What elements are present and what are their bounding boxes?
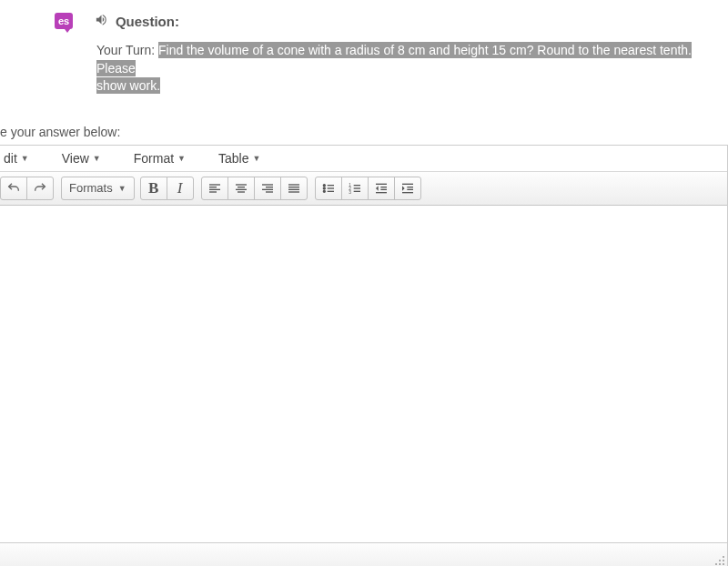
svg-point-43: [723, 563, 724, 565]
question-title-group: Question:: [95, 13, 179, 29]
editor-content-area[interactable]: [0, 206, 727, 542]
svg-point-40: [723, 560, 724, 561]
bulleted-list-button[interactable]: [315, 177, 342, 200]
chevron-down-icon: ▼: [252, 154, 260, 163]
answer-prompt-label: e your answer below:: [0, 96, 728, 145]
question-label: Question:: [116, 14, 179, 29]
menu-edit[interactable]: dit ▼: [0, 149, 33, 167]
editor-statusbar: [0, 542, 727, 566]
resize-handle[interactable]: [713, 553, 725, 566]
formats-label: Formats: [69, 181, 113, 195]
svg-point-42: [719, 563, 721, 565]
align-justify-button[interactable]: [280, 177, 308, 200]
question-prefix: Your Turn:: [96, 43, 155, 57]
undo-button[interactable]: [0, 177, 27, 200]
rich-text-editor: dit ▼ View ▼ Format ▼ Table ▼ Formats ▼: [0, 145, 728, 566]
svg-marker-32: [376, 186, 379, 190]
align-right-button[interactable]: [254, 177, 281, 200]
chevron-down-icon: ▼: [93, 154, 101, 163]
menu-format[interactable]: Format ▼: [130, 149, 189, 167]
chevron-down-icon: ▼: [118, 184, 126, 193]
svg-point-16: [323, 184, 325, 186]
svg-marker-37: [402, 186, 405, 190]
menu-table[interactable]: Table ▼: [215, 149, 264, 167]
outdent-button[interactable]: [368, 177, 395, 200]
editor-menubar: dit ▼ View ▼ Format ▼ Table ▼: [0, 146, 727, 172]
italic-button[interactable]: I: [167, 177, 194, 200]
svg-text:3: 3: [349, 190, 351, 195]
chevron-down-icon: ▼: [21, 154, 29, 163]
svg-point-18: [323, 190, 325, 192]
menu-format-label: Format: [134, 151, 174, 166]
svg-point-17: [323, 187, 325, 189]
language-es-badge[interactable]: es: [55, 13, 73, 29]
formats-dropdown[interactable]: Formats ▼: [61, 177, 135, 200]
align-center-button[interactable]: [228, 177, 255, 200]
question-highlight-line1: Find the volume of a cone with a radius …: [96, 42, 692, 76]
svg-point-39: [719, 560, 721, 561]
question-highlight-line2: show work.: [96, 77, 160, 94]
svg-point-38: [723, 556, 724, 558]
speaker-icon[interactable]: [95, 15, 112, 29]
numbered-list-button[interactable]: 123: [341, 177, 369, 200]
menu-edit-label: dit: [4, 151, 17, 166]
editor-toolbar: Formats ▼ B I 123: [0, 172, 727, 206]
question-header: es Question:: [0, 0, 728, 29]
menu-view-label: View: [62, 151, 89, 166]
menu-table-label: Table: [218, 151, 248, 166]
align-left-button[interactable]: [201, 177, 228, 200]
menu-view[interactable]: View ▼: [58, 149, 105, 167]
chevron-down-icon: ▼: [177, 154, 186, 163]
indent-button[interactable]: [394, 177, 421, 200]
redo-button[interactable]: [26, 177, 54, 200]
question-text: Your Turn: Find the volume of a cone wit…: [0, 29, 728, 96]
svg-point-41: [715, 563, 717, 565]
bold-button[interactable]: B: [140, 177, 167, 200]
